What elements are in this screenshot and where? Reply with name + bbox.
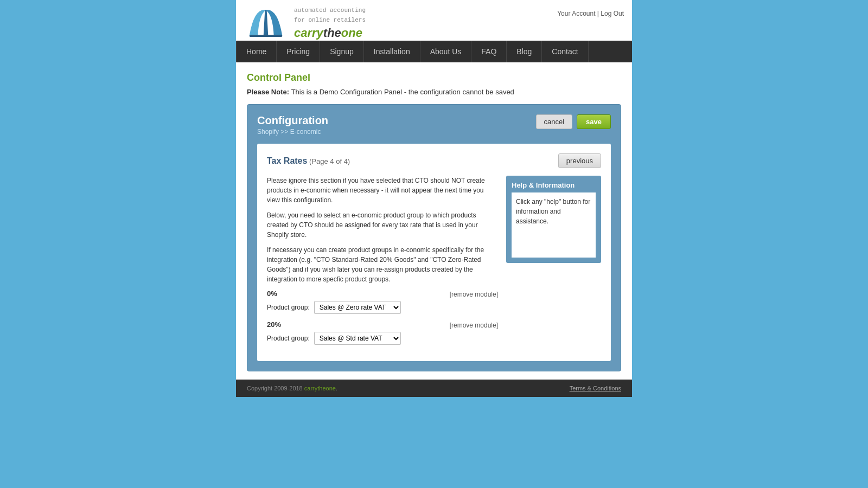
tax-rates-title: Tax Rates [267,156,307,165]
rate-row-0: 0% [remove module] [267,290,498,299]
nav-item-contact[interactable]: Contact [542,41,588,62]
your-account-link[interactable]: Your Account [557,10,595,17]
main-two-column: Please ignore this section if you have s… [267,176,601,351]
configuration-box: Configuration Shopify >> E-conomic cance… [247,104,621,371]
logo-text-area: automated accounting for online retailer… [294,6,366,40]
product-group-select-0[interactable]: Sales @ Zero rate VAT Sales @ Std rate V… [314,301,401,314]
product-group-label-20: Product group: [267,335,310,342]
svg-rect-0 [250,35,283,37]
log-out-link[interactable]: Log Out [601,10,624,17]
rate-section-0: 0% [remove module] Product group: Sales … [267,290,498,314]
product-group-row-0: Product group: Sales @ Zero rate VAT Sal… [267,301,498,314]
save-button[interactable]: save [577,114,611,129]
info-text-2: Below, you need to select an e-conomic p… [267,210,498,240]
info-text-1: Please ignore this section if you have s… [267,176,498,205]
product-group-label-0: Product group: [267,304,310,311]
brand-name: carrytheone [294,26,366,40]
rate-row-20: 20% [remove module] [267,320,498,330]
tagline: automated accounting for online retailer… [294,6,366,25]
header: automated accounting for online retailer… [236,0,632,41]
demo-note-text: This is a Demo Configuration Panel - the… [291,88,514,96]
footer: Copyright 2009-2018 carrytheone. Terms &… [236,380,632,397]
left-content: Please ignore this section if you have s… [267,176,498,351]
nav-item-home[interactable]: Home [236,41,277,62]
product-group-select-20[interactable]: Sales @ Zero rate VAT Sales @ Std rate V… [314,332,401,345]
config-title-area: Configuration Shopify >> E-conomic [257,114,328,136]
nav-item-installation[interactable]: Installation [364,41,420,62]
demo-note: Please Note: This is a Demo Configuratio… [247,88,621,96]
previous-button[interactable]: previous [558,153,601,168]
logo-area: automated accounting for online retailer… [244,5,366,41]
main-content: Control Panel Please Note: This is a Dem… [236,62,632,380]
config-title: Configuration [257,114,328,127]
demo-note-prefix: Please Note: [247,88,291,96]
tax-rates-page: (Page 4 of 4) [309,157,350,165]
footer-terms-link[interactable]: Terms & Conditions [570,385,621,391]
logo-icon [244,5,288,41]
cancel-button[interactable]: cancel [536,114,573,129]
remove-module-0[interactable]: [remove module] [450,291,498,298]
config-subtitle: Shopify >> E-conomic [257,128,328,136]
info-text-3: If necessary you can create product grou… [267,245,498,284]
nav-item-faq[interactable]: FAQ [471,41,507,62]
nav-item-signup[interactable]: Signup [320,41,364,62]
control-panel-title: Control Panel [247,72,621,84]
rate-section-20: 20% [remove module] Product group: Sales… [267,320,498,345]
nav-item-blog[interactable]: Blog [507,41,542,62]
navigation: Home Pricing Signup Installation About U… [236,41,632,62]
help-box: Help & Information Click any "help" butt… [506,176,601,263]
footer-copyright: Copyright 2009-2018 carrytheone. [247,385,337,391]
tax-rates-title-area: Tax Rates (Page 4 of 4) [267,156,350,166]
rate-label-20: 20% [267,320,281,329]
help-content: Click any "help" button for information … [512,192,596,258]
footer-brand-link[interactable]: carrytheone [304,385,336,391]
rate-label-0: 0% [267,290,277,298]
config-header: Configuration Shopify >> E-conomic cance… [257,114,611,136]
tax-rates-header: Tax Rates (Page 4 of 4) previous [267,153,601,168]
content-spacer [247,371,621,380]
nav-item-pricing[interactable]: Pricing [277,41,320,62]
header-links: Your Account | Log Out [557,5,624,17]
product-group-row-20: Product group: Sales @ Zero rate VAT Sal… [267,332,498,345]
help-title: Help & Information [512,181,596,189]
right-content: Help & Information Click any "help" butt… [506,176,601,351]
inner-panel: Tax Rates (Page 4 of 4) previous Please … [257,144,611,361]
config-buttons: cancel save [536,114,611,129]
remove-module-20[interactable]: [remove module] [450,322,498,329]
nav-item-about-us[interactable]: About Us [420,41,472,62]
